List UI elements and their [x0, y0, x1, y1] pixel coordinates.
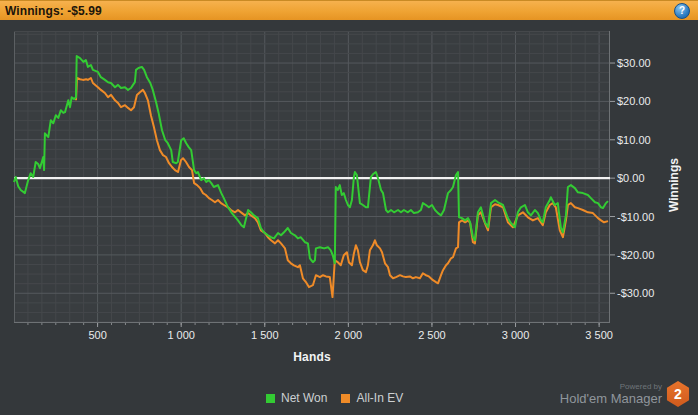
x-axis-tick-label: 3 000 [481, 328, 551, 342]
titlebar: Winnings: -$5.99 ? [0, 0, 698, 20]
y-axis-tick-label: -$20.00 [617, 248, 677, 262]
net-won-swatch-icon [266, 394, 275, 403]
net-won-legend-label: Net Won [281, 391, 327, 405]
powered-by-texts: Powered by Hold'em Manager [560, 382, 662, 407]
x-axis-tick-label: 500 [63, 328, 133, 342]
all-in-ev-legend-label: All-In EV [356, 391, 403, 405]
powered-by-label: Powered by [620, 382, 662, 391]
net-won-line [14, 56, 608, 263]
x-axis-tick-label: 2 500 [397, 328, 467, 342]
y-axis-tick-label: -$30.00 [617, 286, 677, 300]
x-axis-tick-label: 3 500 [564, 328, 634, 342]
titlebar-text: Winnings: -$5.99 [0, 4, 102, 18]
winnings-chart [14, 31, 610, 323]
titlebar-value: -$5.99 [67, 4, 102, 18]
y-axis-tick-label: $20.00 [617, 94, 677, 108]
help-icon[interactable]: ? [674, 3, 690, 19]
x-axis-tick-label: 1 000 [146, 328, 216, 342]
legend-item-all-in-ev: All-In EV [341, 391, 403, 405]
brand-name: Hold'em Manager [560, 391, 662, 407]
chart-plot-area [14, 31, 610, 323]
winnings-graph-window: Winnings: -$5.99 ? $30.00$20.00$10.00$0.… [0, 0, 698, 415]
y-axis-title: Winnings [667, 145, 681, 225]
all-in-ev-swatch-icon [341, 394, 350, 403]
legend-item-net-won: Net Won [266, 391, 327, 405]
x-axis-title: Hands [14, 350, 610, 364]
hm2-logo-icon: 2 [666, 381, 690, 407]
legend: Net Won All-In EV [266, 391, 403, 405]
y-axis-tick-label: $30.00 [617, 56, 677, 70]
titlebar-label: Winnings: [5, 4, 64, 18]
x-axis-tick-label: 2 000 [313, 328, 383, 342]
x-axis-tick-label: 1 500 [230, 328, 300, 342]
powered-by-block: Powered by Hold'em Manager 2 [560, 381, 690, 407]
